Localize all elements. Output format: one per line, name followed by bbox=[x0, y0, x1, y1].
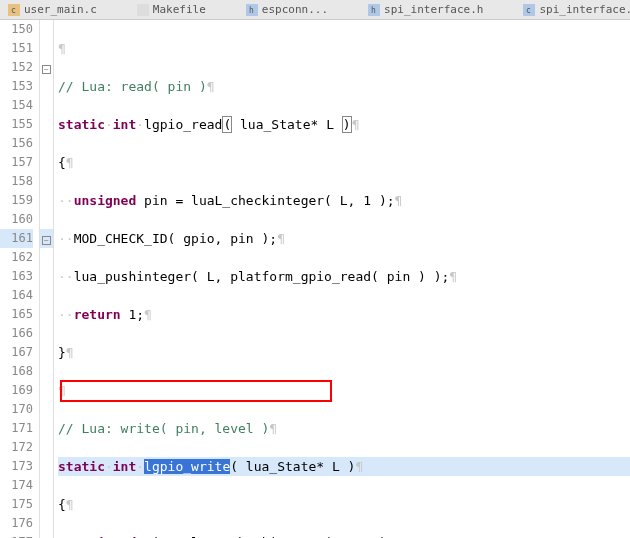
line-number: 160 bbox=[0, 210, 33, 229]
tab-espconn[interactable]: h espconn... bbox=[246, 3, 328, 16]
line-number: 170 bbox=[0, 400, 33, 419]
line-number: 177 bbox=[0, 533, 33, 538]
file-icon bbox=[137, 4, 149, 16]
tab-label: user_main.c bbox=[24, 3, 97, 16]
line-number: 175 bbox=[0, 495, 33, 514]
line-number: 166 bbox=[0, 324, 33, 343]
line-number: 157 bbox=[0, 153, 33, 172]
line-number: 155 bbox=[0, 115, 33, 134]
svg-text:h: h bbox=[249, 6, 254, 15]
svg-text:c: c bbox=[526, 6, 531, 15]
line-number: 156 bbox=[0, 134, 33, 153]
h-file-icon: h bbox=[368, 4, 380, 16]
svg-rect-2 bbox=[137, 4, 149, 16]
line-number: 174 bbox=[0, 476, 33, 495]
line-number: 163 bbox=[0, 267, 33, 286]
line-number: 162 bbox=[0, 248, 33, 267]
line-number: 151 bbox=[0, 39, 33, 58]
svg-text:c: c bbox=[11, 6, 16, 15]
fold-gutter: − − bbox=[40, 20, 54, 538]
svg-text:h: h bbox=[371, 6, 376, 15]
fold-toggle[interactable]: − bbox=[42, 236, 51, 245]
line-number: 164 bbox=[0, 286, 33, 305]
tab-label: spi_interface.h bbox=[384, 3, 483, 16]
line-number-gutter: 150 151 152 153 154 155 156 157 158 159 … bbox=[0, 20, 40, 538]
line-number: 154 bbox=[0, 96, 33, 115]
line-number: 176 bbox=[0, 514, 33, 533]
line-number: 165 bbox=[0, 305, 33, 324]
line-number: 158 bbox=[0, 172, 33, 191]
code-area[interactable]: ¶ // Lua: read( pin )¶ static·int·lgpio_… bbox=[54, 20, 630, 538]
line-number: 167 bbox=[0, 343, 33, 362]
c-file-icon: c bbox=[8, 4, 20, 16]
line-number: 173 bbox=[0, 457, 33, 476]
line-number: 168 bbox=[0, 362, 33, 381]
tab-label: espconn... bbox=[262, 3, 328, 16]
tab-makefile[interactable]: Makefile bbox=[137, 3, 206, 16]
tab-bar: c user_main.c Makefile h espconn... h sp… bbox=[0, 0, 630, 20]
line-number: 169 bbox=[0, 381, 33, 400]
line-number: 159 bbox=[0, 191, 33, 210]
tab-spi-c[interactable]: c spi_interface.c bbox=[523, 3, 630, 16]
line-number: 152 bbox=[0, 58, 33, 77]
code-editor[interactable]: 150 151 152 153 154 155 156 157 158 159 … bbox=[0, 20, 630, 538]
fold-toggle[interactable]: − bbox=[42, 65, 51, 74]
line-number: 153 bbox=[0, 77, 33, 96]
line-number: 161 bbox=[0, 229, 33, 248]
line-number: 171 bbox=[0, 419, 33, 438]
c-file-icon: c bbox=[523, 4, 535, 16]
selected-text: lgpio_write bbox=[144, 459, 230, 474]
tab-spi-h[interactable]: h spi_interface.h bbox=[368, 3, 483, 16]
h-file-icon: h bbox=[246, 4, 258, 16]
tab-label: spi_interface.c bbox=[539, 3, 630, 16]
tab-user-main[interactable]: c user_main.c bbox=[8, 3, 97, 16]
line-number: 172 bbox=[0, 438, 33, 457]
tab-label: Makefile bbox=[153, 3, 206, 16]
line-number: 150 bbox=[0, 20, 33, 39]
